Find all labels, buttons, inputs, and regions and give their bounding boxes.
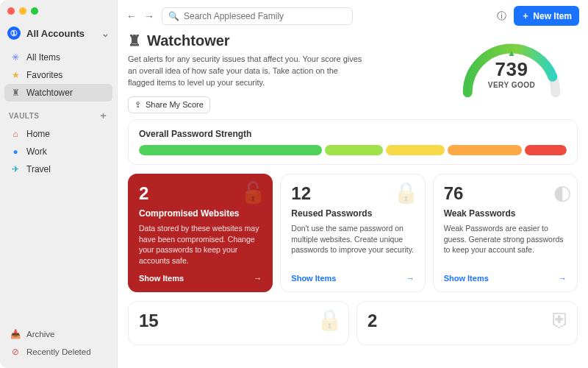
show-items-link[interactable]: Show Items→ bbox=[444, 274, 567, 283]
back-button[interactable]: ← bbox=[126, 10, 137, 22]
content: ♜ Watchtower Get alerts for any security… bbox=[118, 32, 588, 355]
stat-card-partial: 🔒15 bbox=[128, 301, 349, 345]
nav-item-favorites-label: Favorites bbox=[26, 70, 62, 80]
bottom-item-recently-deleted-icon: ⊘ bbox=[10, 347, 21, 357]
vaults-header: VAULTS ＋ bbox=[0, 102, 117, 125]
nav-item-watchtower-label: Watchtower bbox=[26, 88, 73, 98]
toolbar: ← → 🔍 ⓘ ＋ New Item bbox=[118, 0, 588, 32]
gauge-score: 739 bbox=[456, 58, 567, 81]
stat-desc: Don't use the same password on multiple … bbox=[291, 223, 414, 266]
search-field[interactable]: 🔍 bbox=[162, 7, 353, 25]
stat-count: 15 bbox=[139, 311, 338, 331]
stat-cards: 🔓2Compromised WebsitesData stored by the… bbox=[128, 174, 578, 292]
nav-item-favorites-icon: ★ bbox=[10, 70, 21, 80]
lock-icon: 🔒 bbox=[393, 180, 419, 205]
new-item-label: New Item bbox=[533, 11, 572, 21]
forward-button[interactable]: → bbox=[144, 10, 154, 22]
page-header: ♜ Watchtower Get alerts for any security… bbox=[128, 32, 578, 113]
strength-segment bbox=[325, 145, 383, 155]
unlock-icon: 🔓 bbox=[240, 180, 266, 205]
minimize-window-button[interactable] bbox=[19, 7, 26, 15]
vault-item-home-icon: ⌂ bbox=[10, 129, 21, 139]
nav-item-all-items-label: All Items bbox=[26, 52, 60, 63]
vault-item-work[interactable]: ●Work bbox=[4, 143, 112, 160]
page-title: Watchtower bbox=[147, 32, 230, 49]
vault-item-travel[interactable]: ✈Travel bbox=[4, 160, 112, 178]
vault-item-home[interactable]: ⌂Home bbox=[4, 125, 112, 143]
nav-item-all-items-icon: ✳︎ bbox=[10, 52, 21, 63]
app-logo-icon: ① bbox=[7, 26, 21, 40]
arrow-right-icon: → bbox=[406, 274, 415, 283]
lock-icon: 🔒 bbox=[317, 308, 343, 332]
new-item-button[interactable]: ＋ New Item bbox=[514, 6, 579, 26]
main-pane: ← → 🔍 ⓘ ＋ New Item ♜ Watchtower Get bbox=[118, 0, 588, 368]
strength-segment bbox=[386, 145, 444, 155]
stat-desc: Data stored by these websites may have b… bbox=[139, 223, 262, 266]
stat-card-reused-passwords: 🔒12Reused PasswordsDon't use the same pa… bbox=[280, 174, 425, 292]
shield-icon: ⛨ bbox=[551, 308, 571, 332]
nav-item-watchtower[interactable]: ♜Watchtower bbox=[4, 84, 112, 102]
show-items-link[interactable]: Show Items→ bbox=[291, 274, 414, 283]
password-strength-card: Overall Password Strength bbox=[128, 119, 578, 165]
stat-card-weak-passwords: ◐76Weak PasswordsWeak Passwords are easi… bbox=[433, 174, 578, 292]
vault-item-travel-label: Travel bbox=[26, 164, 51, 174]
link-label: Show Items bbox=[444, 274, 489, 283]
close-window-button[interactable] bbox=[7, 7, 15, 15]
strength-title: Overall Password Strength bbox=[139, 129, 567, 139]
strength-segment bbox=[448, 145, 523, 155]
vault-item-travel-icon: ✈ bbox=[10, 164, 21, 174]
gauge-icon: ◐ bbox=[553, 180, 571, 205]
nav-item-all-items[interactable]: ✳︎All Items bbox=[4, 49, 112, 66]
account-switcher[interactable]: ① All Accounts ⌄ bbox=[0, 22, 117, 49]
window-controls bbox=[0, 4, 117, 22]
share-label: Share My Score bbox=[146, 100, 204, 109]
vaults-label: VAULTS bbox=[9, 112, 40, 120]
add-vault-button[interactable]: ＋ bbox=[98, 109, 109, 122]
sidebar-bottom: 📥Archive⊘Recently Deleted bbox=[0, 325, 117, 368]
nav-item-watchtower-icon: ♜ bbox=[10, 88, 21, 98]
stat-card-compromised-websites: 🔓2Compromised WebsitesData stored by the… bbox=[128, 174, 273, 292]
strength-segment bbox=[525, 145, 567, 155]
chevron-down-icon: ⌄ bbox=[101, 28, 110, 39]
stat-cards-row2: 🔒15⛨2 bbox=[128, 301, 578, 345]
share-icon: ⇪ bbox=[135, 100, 141, 110]
strength-segment bbox=[139, 145, 322, 155]
stat-card-partial: ⛨2 bbox=[356, 301, 578, 345]
app-window: ① All Accounts ⌄ ✳︎All Items★Favorites♜W… bbox=[0, 0, 588, 368]
stat-count: 76 bbox=[444, 183, 567, 204]
stat-title: Compromised Websites bbox=[139, 208, 262, 219]
arrow-right-icon: → bbox=[254, 274, 262, 283]
score-gauge: ▲ 739 VERY GOOD bbox=[445, 32, 578, 99]
bottom-item-recently-deleted-label: Recently Deleted bbox=[26, 347, 91, 356]
page-description: Get alerts for any security issues that … bbox=[128, 54, 363, 89]
show-items-link[interactable]: Show Items→ bbox=[139, 274, 262, 283]
bottom-item-archive-label: Archive bbox=[26, 330, 54, 339]
nav-vaults: ⌂Home●Work✈Travel bbox=[0, 125, 117, 178]
arrow-right-icon: → bbox=[559, 274, 567, 283]
stat-title: Reused Passwords bbox=[291, 208, 414, 219]
help-button[interactable]: ⓘ bbox=[497, 10, 506, 23]
bottom-item-archive[interactable]: 📥Archive bbox=[4, 325, 112, 343]
vault-item-work-label: Work bbox=[26, 146, 47, 157]
strength-bar bbox=[139, 145, 567, 155]
nav-item-favorites[interactable]: ★Favorites bbox=[4, 66, 112, 84]
stat-count: 2 bbox=[368, 311, 567, 331]
vault-item-work-icon: ● bbox=[10, 146, 21, 157]
gauge-rating: VERY GOOD bbox=[456, 81, 567, 89]
account-label: All Accounts bbox=[26, 28, 85, 39]
share-score-button[interactable]: ⇪ Share My Score bbox=[128, 96, 210, 113]
plus-icon: ＋ bbox=[521, 10, 530, 22]
sidebar: ① All Accounts ⌄ ✳︎All Items★Favorites♜W… bbox=[0, 0, 118, 368]
zoom-window-button[interactable] bbox=[31, 7, 38, 15]
page-title-row: ♜ Watchtower bbox=[128, 32, 434, 49]
bottom-item-archive-icon: 📥 bbox=[10, 329, 21, 339]
vault-item-home-label: Home bbox=[26, 129, 50, 139]
gauge-trend-up-icon: ▲ bbox=[456, 48, 567, 58]
stat-desc: Weak Passwords are easier to guess. Gene… bbox=[444, 223, 567, 266]
bottom-item-recently-deleted[interactable]: ⊘Recently Deleted bbox=[4, 343, 112, 361]
link-label: Show Items bbox=[139, 274, 184, 283]
watchtower-icon: ♜ bbox=[128, 32, 141, 49]
link-label: Show Items bbox=[291, 274, 336, 283]
search-input[interactable] bbox=[184, 11, 346, 21]
nav-primary: ✳︎All Items★Favorites♜Watchtower bbox=[0, 49, 117, 102]
